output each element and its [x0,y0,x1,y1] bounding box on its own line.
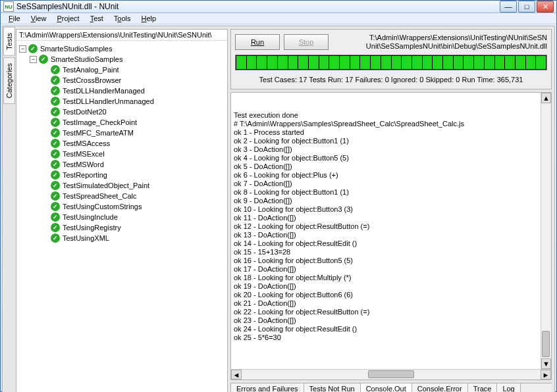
tree-node[interactable]: −✓SmarteStudioSamples [19,54,225,64]
tree-node[interactable]: ✓TestDotNet20 [19,107,225,117]
side-tabs: Tests Categories [3,26,16,392]
pass-icon: ✓ [51,65,60,74]
scroll-right-icon[interactable]: ► [541,370,551,380]
progress-segment [443,56,453,69]
tree-label: TestAnalog_Paint [63,66,119,74]
progress-segment [516,56,525,69]
progress-segment [526,56,536,69]
tree-node[interactable]: ✓TestUsingCustomStrings [19,201,225,212]
pass-icon: ✓ [51,118,60,127]
vscroll-thumb[interactable] [542,331,550,357]
tree-node[interactable]: ✓TestMFC_SmarteATM [19,128,225,138]
pass-icon: ✓ [51,160,60,169]
console-vscrollbar[interactable]: ▲ ▼ [541,93,551,369]
progress-segment [257,56,267,69]
dll-path: T:\Admin\Wrappers\Extensions\UnitTesting… [332,34,547,51]
expander-icon[interactable]: − [19,45,26,53]
pass-icon: ✓ [51,212,60,222]
progress-segment [381,56,391,69]
pass-icon: ✓ [51,181,60,190]
maximize-button[interactable]: □ [518,1,535,12]
expander-icon[interactable]: − [30,56,37,63]
menu-view[interactable]: View [27,13,51,24]
menu-file[interactable]: File [5,13,24,24]
tree-label: TestMSWord [63,160,104,168]
tree-node[interactable]: ✓TestReporting [19,170,225,180]
pass-icon: ✓ [51,202,60,211]
progress-segment [298,56,308,69]
tree-label: SmarteStudioSamples [51,55,122,63]
scroll-down-icon[interactable]: ▼ [541,358,551,369]
tests-tree-pane: T:\Admin\Wrappers\Extensions\UnitTesting… [16,29,228,392]
scroll-left-icon[interactable]: ◄ [231,370,242,380]
hscroll-thumb[interactable] [368,370,414,378]
menubar: File View Project Test Tools Help [1,13,556,24]
stop-button: Stop [284,34,329,50]
tree-node[interactable]: ✓TestMSWord [19,159,225,170]
menu-test[interactable]: Test [86,13,107,24]
console-panel: Test execution done # T:\Admin\Wrappers\… [230,92,552,380]
tree-label: TestDotNet20 [63,108,107,116]
tree-node[interactable]: ✓TestAnalog_Paint [19,64,225,75]
tree-label: TestSpreadSheet_Calc [63,192,137,200]
tab-notrun[interactable]: Tests Not Run [304,383,361,392]
progress-segment [454,56,464,69]
window-title: SeSSamplesNUnit.dll - NUnit [16,2,500,11]
progress-segment [423,56,433,69]
tree-node[interactable]: ✓TestSpreadSheet_Calc [19,191,225,201]
progress-segment [433,56,442,69]
progress-segment [309,56,319,69]
tree-node[interactable]: ✓TestUsingInclude [19,212,225,222]
tab-console-out[interactable]: Console.Out [360,383,412,392]
tree-label: TestMSExcel [63,150,105,158]
menu-project[interactable]: Project [53,13,83,24]
pass-icon: ✓ [51,149,60,159]
scroll-up-icon[interactable]: ▲ [541,93,551,103]
tree-node[interactable]: ✓TestImage_CheckPoint [19,117,225,128]
assembly-path: T:\Admin\Wrappers\Extensions\UnitTesting… [16,30,227,41]
progress-segment [392,56,402,69]
progress-segment [536,56,546,69]
tree-node[interactable]: ✓TestUsingRegistry [19,222,225,233]
tree-node[interactable]: ✓TestCrossBrowser [19,75,225,86]
progress-segment [402,56,411,69]
tree-label: TestImage_CheckPoint [63,118,137,126]
progress-segment [267,56,277,69]
tab-trace[interactable]: Trace [467,383,498,392]
tree-label: TestReporting [63,171,107,179]
test-tree[interactable]: −✓SmarteStudioSamples−✓SmarteStudioSampl… [16,41,227,392]
console-output[interactable]: Test execution done # T:\Admin\Wrappers\… [231,93,551,369]
tab-console-error[interactable]: Console.Error [411,383,468,392]
tree-label: TestUsingRegistry [63,224,121,232]
tab-errors[interactable]: Errors and Failures [230,383,304,392]
minimize-button[interactable]: — [500,1,517,12]
titlebar: NU SeSSamplesNUnit.dll - NUnit — □ ✕ [1,1,556,13]
tree-node[interactable]: ✓TestSimulatedObject_Paint [19,180,225,191]
tree-label: TestUsingCustomStrings [63,203,142,210]
tab-log[interactable]: Log [496,383,520,392]
progress-segment [474,56,484,69]
pass-icon: ✓ [51,191,60,201]
pass-icon: ✓ [51,86,60,95]
pass-icon: ✓ [28,44,38,53]
pass-icon: ✓ [51,76,60,85]
close-button[interactable]: ✕ [537,1,554,12]
tree-node[interactable]: ✓TestUsingXML [19,233,225,243]
pass-icon: ✓ [51,107,60,116]
tree-node[interactable]: ✓TestDLLHandlerManaged [19,86,225,96]
sidetab-categories[interactable]: Categories [3,57,15,104]
tree-node[interactable]: ✓TestMSExcel [19,149,225,159]
tree-node[interactable]: ✓TestDLLHandlerUnmanaged [19,96,225,107]
progress-segment [464,56,473,69]
console-hscrollbar[interactable]: ◄ ► [231,369,551,380]
main-window: NU SeSSamplesNUnit.dll - NUnit — □ ✕ Fil… [0,0,557,392]
tree-label: TestMSAccess [63,139,110,147]
menu-tools[interactable]: Tools [110,13,135,24]
run-button[interactable]: Run [235,34,280,50]
tree-node[interactable]: −✓SmarteStudioSamples [19,43,225,54]
tree-node[interactable]: ✓TestMSAccess [19,138,225,149]
sidetab-tests[interactable]: Tests [3,27,15,56]
progress-segment [505,56,515,69]
menu-help[interactable]: Help [138,13,161,24]
progress-segment [412,56,422,69]
